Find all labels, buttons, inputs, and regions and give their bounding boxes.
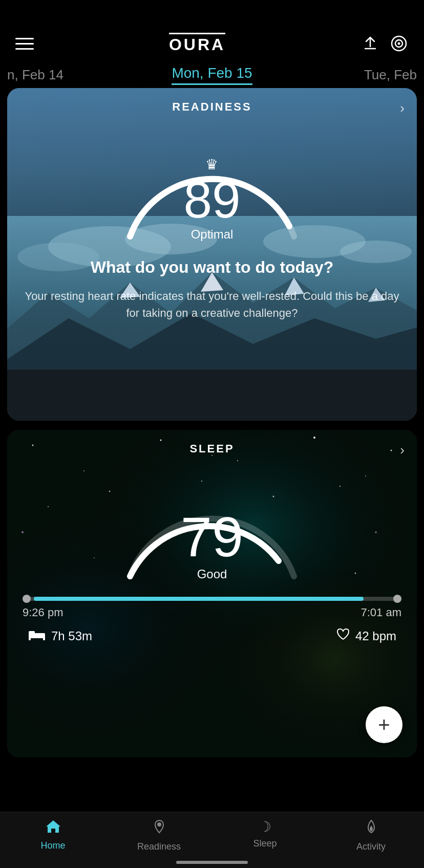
nav-item-activity[interactable]: Activity bbox=[318, 818, 424, 852]
nav-item-home[interactable]: Home bbox=[0, 818, 106, 851]
status-bar bbox=[0, 0, 424, 26]
readiness-gauge: ♛ 89 Optimal bbox=[23, 119, 401, 252]
svg-point-2 bbox=[398, 42, 400, 45]
readiness-score: 89 bbox=[183, 174, 240, 225]
svg-point-41 bbox=[158, 823, 161, 826]
nav-home-label: Home bbox=[40, 840, 65, 851]
readiness-card: READINESS ♛ 89 Optimal What do you want … bbox=[7, 88, 417, 421]
header-actions bbox=[361, 34, 409, 53]
svg-rect-15 bbox=[7, 370, 417, 421]
sleep-nav-icon: ☽ bbox=[259, 818, 271, 835]
sleep-bar-track bbox=[23, 597, 401, 601]
target-button[interactable] bbox=[389, 34, 409, 53]
sleep-time-bar: 9:26 pm 7:01 am bbox=[23, 597, 401, 619]
svg-rect-38 bbox=[29, 631, 35, 634]
bottom-navigation: Home Readiness ☽ Sleep Activity bbox=[0, 812, 424, 868]
sleep-start-time: 9:26 pm bbox=[23, 606, 63, 619]
nav-activity-label: Activity bbox=[356, 841, 386, 852]
menu-button[interactable] bbox=[15, 38, 34, 50]
home-indicator bbox=[176, 861, 248, 864]
readiness-description: Your resting heart rate indicates that y… bbox=[23, 288, 401, 321]
sleep-hr-stat: 42 bpm bbox=[336, 627, 396, 644]
nav-readiness-label: Readiness bbox=[137, 841, 181, 852]
readiness-title: READINESS bbox=[23, 100, 401, 114]
readiness-nav-icon bbox=[152, 818, 166, 838]
home-icon bbox=[45, 818, 62, 837]
activity-nav-icon bbox=[364, 818, 378, 838]
sleep-stats: 7h 53m 42 bpm bbox=[23, 627, 401, 644]
sleep-title: SLEEP bbox=[23, 442, 401, 455]
menu-line-1 bbox=[15, 38, 34, 39]
sleep-duration-stat: 7h 53m bbox=[28, 628, 92, 644]
share-button[interactable] bbox=[361, 34, 380, 53]
app-logo: OURA bbox=[169, 33, 225, 54]
nav-item-readiness[interactable]: Readiness bbox=[106, 818, 212, 852]
nav-sleep-label: Sleep bbox=[253, 838, 277, 849]
current-date: Mon, Feb 15 bbox=[172, 65, 252, 85]
sleep-start-dot bbox=[23, 595, 31, 603]
readiness-score-label: Optimal bbox=[183, 227, 240, 242]
sleep-bar-fill bbox=[34, 597, 364, 601]
readiness-arrow-button[interactable]: › bbox=[400, 100, 405, 116]
readiness-headline: What do you want to do today? bbox=[23, 257, 401, 278]
sleep-end-dot bbox=[393, 595, 401, 603]
add-button[interactable]: + bbox=[366, 706, 402, 743]
sleep-duration: 7h 53m bbox=[51, 629, 92, 643]
next-date[interactable]: Tue, Feb bbox=[364, 67, 424, 83]
plus-icon: + bbox=[378, 714, 390, 735]
menu-line-3 bbox=[15, 48, 34, 50]
sleep-score: 79 bbox=[181, 509, 243, 565]
sleep-card: › SLEEP 79 Good bbox=[7, 430, 417, 757]
sleep-score-container: 79 Good bbox=[181, 509, 243, 581]
date-navigation: n, Feb 14 Mon, Feb 15 Tue, Feb bbox=[0, 61, 424, 88]
sleep-times: 9:26 pm 7:01 am bbox=[23, 606, 401, 619]
svg-rect-40 bbox=[43, 637, 45, 640]
svg-rect-39 bbox=[29, 637, 31, 640]
sleep-heart-rate: 42 bpm bbox=[355, 629, 396, 643]
main-content: READINESS ♛ 89 Optimal What do you want … bbox=[0, 88, 424, 777]
sleep-end-time: 7:01 am bbox=[361, 606, 402, 619]
readiness-score-container: ♛ 89 Optimal bbox=[183, 156, 240, 242]
sleep-gauge: 79 Good bbox=[23, 464, 401, 587]
menu-line-2 bbox=[15, 43, 34, 45]
sleep-arrow-button[interactable]: › bbox=[400, 442, 405, 458]
heart-icon bbox=[336, 627, 350, 644]
prev-date[interactable]: n, Feb 14 bbox=[0, 67, 63, 83]
bed-icon bbox=[28, 628, 46, 644]
header: OURA bbox=[0, 26, 424, 61]
sleep-score-label: Good bbox=[181, 567, 243, 581]
nav-item-sleep[interactable]: ☽ Sleep bbox=[212, 818, 318, 849]
